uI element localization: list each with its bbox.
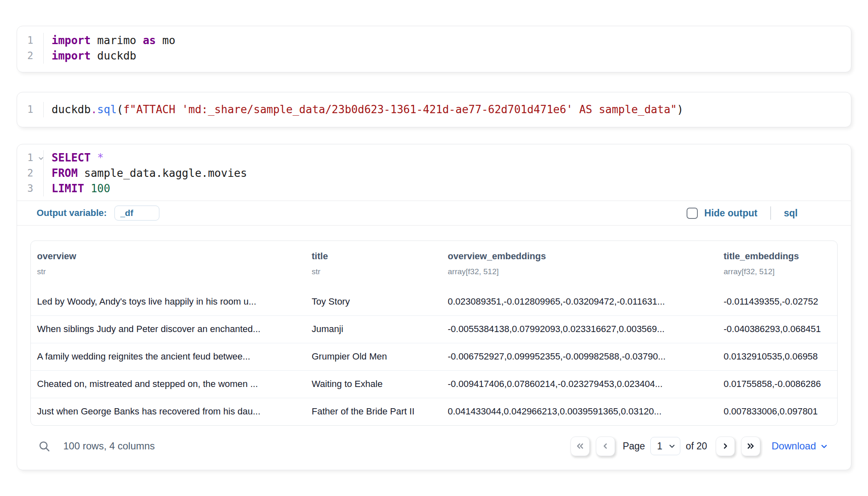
code-line[interactable]: 1SELECT * [17,150,851,166]
last-page-button[interactable] [741,436,760,456]
code-text[interactable]: import duckdb [44,48,136,64]
line-number: 1 [17,150,44,166]
table-cell[interactable]: 0.023089351,-0.012809965,-0.03209472,-0.… [441,288,717,315]
table-row: Just when George Banks has recovered fro… [31,398,837,425]
column-type: array[f32, 512] [724,267,837,276]
code-editor[interactable]: 1import marimo as mo2import duckdb [17,33,851,64]
table-cell[interactable]: 0.0132910535,0.06958 [717,343,837,370]
code-line[interactable]: 2import duckdb [17,48,851,64]
notebook-cell-sql[interactable]: 1SELECT *2FROM sample_data.kaggle.movies… [17,144,851,470]
table-cell[interactable]: When siblings Judy and Peter discover an… [31,315,305,343]
row-count-summary: 100 rows, 4 columns [63,440,155,452]
table-cell[interactable]: -0.0055384138,0.07992093,0.023316627,0.0… [441,315,717,343]
pagination: Page 1 of 20 Download [570,436,828,456]
table-cell[interactable]: Toy Story [305,288,441,315]
column-header[interactable]: title_embeddingsarray[f32, 512] [717,241,837,288]
column-type: str [312,267,441,276]
column-name: title_embeddings [724,251,837,262]
hide-output-checkbox[interactable] [687,208,698,219]
output-variable-input[interactable] [114,206,159,221]
dataframe-table-card: overviewstrtitlestroverview_embeddingsar… [30,241,838,426]
notebook-cell-imports[interactable]: 1import marimo as mo2import duckdb [17,26,851,72]
page-total-label: of 20 [686,441,707,452]
table-cell[interactable]: -0.011439355,-0.02752 [717,288,837,315]
code-text[interactable]: import marimo as mo [44,33,175,48]
table-cell[interactable]: -0.040386293,0.068451 [717,315,837,343]
code-line[interactable]: 3LIMIT 100 [17,181,851,196]
table-row: A family wedding reignites the ancient f… [31,343,837,370]
column-name: overview [37,251,305,262]
table-row: Cheated on, mistreated and stepped on, t… [31,370,837,398]
column-name: title [312,251,441,262]
table-row: Led by Woody, Andy's toys live happily i… [31,288,837,315]
table-cell[interactable]: A family wedding reignites the ancient f… [31,343,305,370]
chevron-left-icon [600,441,610,451]
column-header[interactable]: overview_embeddingsarray[f32, 512] [441,241,717,288]
chevrons-left-icon [575,441,585,451]
line-number: 2 [17,48,44,64]
table-cell[interactable]: 0.01755858,-0.0086286 [717,370,837,398]
download-label: Download [771,440,816,452]
code-text[interactable]: LIMIT 100 [44,181,110,196]
code-text[interactable]: SELECT * [44,150,104,166]
code-text[interactable]: FROM sample_data.kaggle.movies [44,166,247,181]
next-page-button[interactable] [716,436,735,456]
first-page-button[interactable] [570,436,590,456]
code-line[interactable]: 2FROM sample_data.kaggle.movies [17,166,851,181]
download-button[interactable]: Download [771,440,828,452]
page-number-select[interactable]: 1 [650,437,680,455]
output-variable-label: Output variable: [37,208,107,218]
code-editor[interactable]: 1duckdb.sql(f"ATTACH 'md:_share/sample_d… [17,102,851,117]
table-cell[interactable]: -0.006752927,0.099952355,-0.009982588,-0… [441,343,717,370]
table-row: When siblings Judy and Peter discover an… [31,315,837,343]
sql-cell-toolbar: Output variable: Hide output sql [17,201,851,225]
divider [770,206,771,220]
dataframe-table: overviewstrtitlestroverview_embeddingsar… [31,241,837,425]
search-icon[interactable] [38,440,51,453]
code-line[interactable]: 1import marimo as mo [17,33,851,48]
line-number: 1 [17,102,44,117]
line-number: 2 [17,166,44,181]
line-number: 3 [17,181,44,196]
table-cell[interactable]: Father of the Bride Part II [305,398,441,425]
page-label: Page [622,441,645,452]
table-cell[interactable]: Waiting to Exhale [305,370,441,398]
column-type: array[f32, 512] [448,267,717,276]
column-name: overview_embeddings [448,251,717,262]
table-cell[interactable]: -0.009417406,0.07860214,-0.023279453,0.0… [441,370,717,398]
column-type: str [37,267,305,276]
column-header[interactable]: overviewstr [31,241,305,288]
code-editor[interactable]: 1SELECT *2FROM sample_data.kaggle.movies… [17,150,851,196]
table-cell[interactable]: Jumanji [305,315,441,343]
divider [17,225,851,226]
notebook-cell-attach[interactable]: 1duckdb.sql(f"ATTACH 'md:_share/sample_d… [17,92,851,127]
table-cell[interactable]: Grumpier Old Men [305,343,441,370]
language-badge[interactable]: sql [784,208,798,219]
chevron-right-icon [720,441,730,451]
line-number: 1 [17,33,44,48]
code-line[interactable]: 1duckdb.sql(f"ATTACH 'md:_share/sample_d… [17,102,851,117]
chevron-down-icon [820,442,828,451]
previous-page-button[interactable] [596,436,615,456]
table-cell[interactable]: Cheated on, mistreated and stepped on, t… [31,370,305,398]
column-header[interactable]: titlestr [305,241,441,288]
fold-chevron-icon[interactable] [38,155,44,161]
table-cell[interactable]: Led by Woody, Andy's toys live happily i… [31,288,305,315]
table-cell[interactable]: Just when George Banks has recovered fro… [31,398,305,425]
chevrons-right-icon [746,441,756,451]
chevron-down-icon [668,442,676,450]
page-number-value: 1 [657,441,668,452]
code-text[interactable]: duckdb.sql(f"ATTACH 'md:_share/sample_da… [44,102,683,117]
table-cell[interactable]: 0.007833006,0.097801 [717,398,837,425]
table-footer: 100 rows, 4 columns Page 1 of 20 [17,433,851,459]
hide-output-label: Hide output [704,208,758,219]
table-cell[interactable]: 0.041433044,0.042966213,0.0039591365,0.0… [441,398,717,425]
